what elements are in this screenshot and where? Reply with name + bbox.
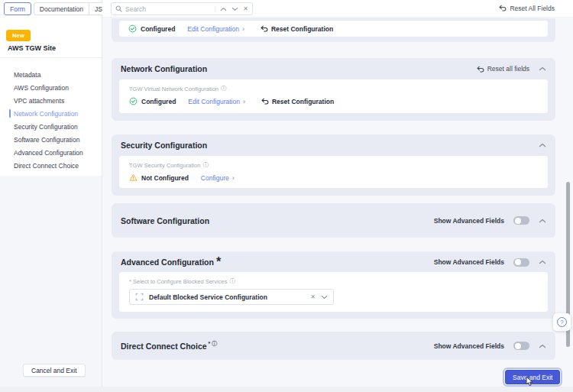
save-and-exit-button[interactable]: Save and Exit: [505, 370, 560, 384]
configured-check-icon: [128, 24, 137, 33]
section-previous-partial: Configured Edit Configuration › Reset Co…: [112, 18, 555, 42]
sidebar-item-vpc-attachments[interactable]: VPC attachments: [0, 94, 102, 107]
cancel-and-exit-button[interactable]: Cancel and Exit: [23, 364, 86, 377]
show-advanced-fields-label: Show Advanced Fields: [434, 217, 504, 225]
required-asterisk: *: [216, 255, 221, 269]
sidebar-footer-area: [0, 176, 102, 392]
configure-chevron-icon[interactable]: ›: [232, 174, 235, 182]
section-advanced-configuration: Advanced Configuration * Show Advanced F…: [112, 251, 555, 319]
clear-selection-icon[interactable]: ✕: [310, 294, 316, 300]
sidebar-divider: [0, 57, 102, 58]
edit-chevron-icon[interactable]: ›: [242, 25, 244, 33]
collapse-chevron-icon[interactable]: [539, 219, 546, 223]
form-panel: Configured Edit Configuration › Reset Co…: [112, 0, 555, 392]
required-asterisk: *: [209, 341, 211, 346]
status-text: Configured: [141, 98, 176, 105]
section-software-configuration: Software Configuration Show Advanced Fie…: [112, 203, 555, 238]
status-text: Configured: [141, 25, 175, 33]
network-section-header: Network Configuration Reset all fields: [112, 58, 555, 79]
blocked-services-select[interactable]: Default Blocked Service Configuration ✕: [129, 289, 334, 305]
tab-form[interactable]: Form: [4, 2, 31, 15]
reset-icon: [260, 24, 268, 33]
field-label: TGW Virtual Network Configuration ⓘ: [129, 85, 538, 92]
info-icon[interactable]: ⓘ: [212, 340, 217, 348]
select-value: Default Blocked Service Configuration: [149, 293, 305, 301]
collapse-chevron-icon[interactable]: [539, 143, 546, 147]
reset-icon: [476, 65, 484, 73]
security-section-header: Security Configuration: [112, 134, 555, 156]
section-security-configuration: Security Configuration TGW Security Conf…: [112, 134, 555, 196]
reset-all-fields-section-button[interactable]: Reset all fields: [476, 65, 529, 73]
shared-object-icon: [135, 293, 144, 301]
tab-documentation[interactable]: Documentation: [34, 2, 89, 15]
network-config-card: TGW Virtual Network Configuration ⓘ Conf…: [119, 79, 548, 113]
security-config-card: TGW Security Configuration ⓘ Not Configu…: [119, 156, 548, 188]
reset-configuration-button[interactable]: Reset Configuration: [260, 24, 333, 33]
collapse-chevron-icon[interactable]: [539, 66, 546, 71]
info-icon[interactable]: ⓘ: [229, 277, 235, 285]
field-label: * Select to Configure Blocked Services ⓘ: [129, 277, 538, 285]
sidebar-item-direct-connect-choice[interactable]: Direct Connect Choice: [0, 159, 102, 172]
configured-check-icon: [129, 97, 138, 105]
show-advanced-fields-label: Show Advanced Fields: [434, 342, 504, 350]
sidebar-nav: Metadata AWS Configuration VPC attachmen…: [0, 68, 102, 172]
edit-chevron-icon[interactable]: ›: [243, 98, 245, 105]
section-title: Security Configuration: [121, 141, 207, 150]
sidebar-title: AWS TGW Site: [8, 44, 56, 52]
help-icon: ?: [557, 317, 567, 327]
view-tabs: Form Documentation JSON: [4, 2, 118, 15]
field-label: TGW Security Configuration ⓘ: [129, 161, 538, 169]
section-title: Direct Connect Choice: [121, 342, 207, 351]
show-advanced-fields-label: Show Advanced Fields: [434, 258, 504, 266]
section-title: Advanced Configuration: [121, 258, 214, 267]
configure-link[interactable]: Configure: [201, 174, 229, 182]
new-badge: New: [6, 30, 31, 41]
direct-connect-section-header: Direct Connect Choice * ⓘ Show Advanced …: [112, 332, 555, 360]
show-advanced-fields-toggle[interactable]: [513, 342, 529, 350]
status-text: Not Configured: [141, 174, 189, 182]
reset-icon: [261, 97, 269, 105]
app-window: Form Documentation JSON New AWS TGW Site…: [0, 0, 573, 392]
help-button[interactable]: ?: [553, 313, 571, 331]
reset-configuration-label: Reset Configuration: [271, 25, 333, 33]
sidebar-item-aws-configuration[interactable]: AWS Configuration: [0, 81, 102, 94]
edit-configuration-link[interactable]: Edit Configuration: [188, 98, 240, 105]
reset-all-fields-section-label: Reset all fields: [487, 65, 529, 73]
collapse-chevron-icon[interactable]: [539, 260, 546, 264]
sidebar-item-network-configuration[interactable]: Network Configuration: [0, 107, 102, 120]
sidebar-item-metadata[interactable]: Metadata: [0, 68, 102, 81]
sidebar-item-advanced-configuration[interactable]: Advanced Configuration: [0, 146, 102, 159]
edit-configuration-link[interactable]: Edit Configuration: [187, 25, 239, 33]
section-network-configuration: Network Configuration Reset all fields T…: [112, 58, 555, 121]
advanced-section-header: Advanced Configuration * Show Advanced F…: [112, 251, 555, 273]
reset-configuration-button[interactable]: Reset Configuration: [261, 97, 334, 105]
reset-configuration-label: Reset Configuration: [272, 98, 334, 105]
section-title: Network Configuration: [121, 64, 207, 73]
section-direct-connect-choice: Direct Connect Choice * ⓘ Show Advanced …: [112, 332, 555, 360]
collapse-chevron-icon[interactable]: [539, 344, 546, 348]
section-title: Software Configuration: [121, 216, 209, 225]
warning-triangle-icon: [129, 173, 138, 182]
info-icon[interactable]: ⓘ: [202, 161, 209, 169]
previous-config-card: Configured Edit Configuration › Reset Co…: [119, 21, 548, 37]
sidebar-item-software-configuration[interactable]: Software Configuration: [0, 133, 102, 146]
bottom-edge: [0, 387, 573, 392]
software-section-header: Software Configuration Show Advanced Fie…: [112, 203, 555, 238]
show-advanced-fields-toggle[interactable]: [513, 258, 529, 267]
select-chevron-down-icon[interactable]: [321, 295, 328, 300]
info-icon[interactable]: ⓘ: [221, 85, 227, 92]
sidebar-item-security-configuration[interactable]: Security Configuration: [0, 120, 102, 133]
blocked-services-card: * Select to Configure Blocked Services ⓘ…: [119, 272, 548, 312]
show-advanced-fields-toggle[interactable]: [513, 216, 529, 225]
sidebar-column: Form Documentation JSON New AWS TGW Site…: [0, 0, 102, 392]
